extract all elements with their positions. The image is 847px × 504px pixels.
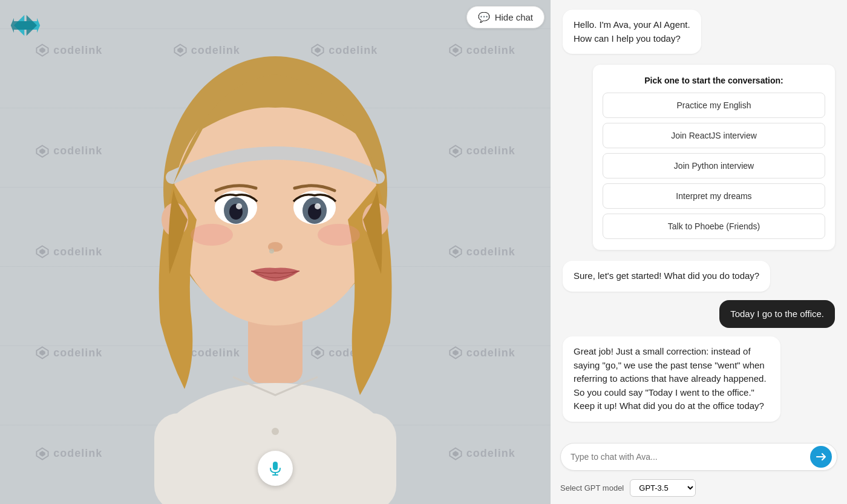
microphone-button[interactable] xyxy=(258,451,293,486)
avatar-svg xyxy=(118,20,433,504)
svg-point-53 xyxy=(236,203,242,209)
ai-message-2: Great job! Just a small correction: inst… xyxy=(563,336,780,422)
suggestion-interpret-dreams[interactable]: Interpret my dreams xyxy=(603,183,825,209)
send-icon xyxy=(816,451,826,462)
ai-greeting-bubble: Hello. I'm Ava, your AI Agent. How can I… xyxy=(563,10,701,54)
model-selector-label: Select GPT model xyxy=(560,483,624,493)
svg-point-58 xyxy=(269,249,274,254)
user-message-1-text: Today I go to the office. xyxy=(730,309,824,319)
hide-chat-label: Hide chat xyxy=(495,12,533,22)
ai-message-1-text: Sure, let's get started! What did you do… xyxy=(574,270,759,281)
app-logo xyxy=(10,10,41,41)
chat-messages: Hello. I'm Ava, your AI Agent. How can I… xyxy=(551,0,847,436)
suggestions-panel: Pick one to start the conversation: Prac… xyxy=(593,65,835,250)
chat-panel: Hello. I'm Ava, your AI Agent. How can I… xyxy=(551,0,847,504)
microphone-icon xyxy=(267,460,283,476)
chat-input-area xyxy=(551,436,847,476)
greeting-line1: Hello. I'm Ava, your AI Agent. xyxy=(574,18,690,32)
user-message-1: Today I go to the office. xyxy=(719,300,835,329)
model-selector-row: Select GPT model GPT-3.5 GPT-4 GPT-4o xyxy=(551,476,847,504)
suggestion-python-interview[interactable]: Join Python interview xyxy=(603,153,825,178)
suggestion-phoebe[interactable]: Talk to Phoebe (Friends) xyxy=(603,214,825,239)
chat-icon: 💬 xyxy=(478,11,490,23)
svg-rect-60 xyxy=(273,462,278,470)
chat-input-wrapper xyxy=(560,443,837,471)
avatar-container xyxy=(0,0,551,504)
suggestion-reactjs-interview[interactable]: Join ReactJS interview xyxy=(603,123,825,148)
ai-message-1: Sure, let's get started! What did you do… xyxy=(563,261,770,292)
ai-message-2-text: Great job! Just a small correction: inst… xyxy=(574,346,767,411)
svg-point-59 xyxy=(272,428,279,435)
svg-point-55 xyxy=(191,224,233,246)
hide-chat-button[interactable]: 💬 Hide chat xyxy=(466,6,544,28)
svg-point-54 xyxy=(315,203,321,209)
svg-point-56 xyxy=(318,224,360,246)
suggestion-practice-english[interactable]: Practice my English xyxy=(603,93,825,118)
suggestions-header: Pick one to start the conversation: xyxy=(603,76,825,85)
send-button[interactable] xyxy=(810,446,832,468)
model-selector[interactable]: GPT-3.5 GPT-4 GPT-4o xyxy=(630,479,696,497)
chat-input[interactable] xyxy=(571,447,810,466)
avatar-panel: codelink codelink codelink codelink xyxy=(0,0,551,504)
greeting-line2: How can I help you today? xyxy=(574,32,690,46)
